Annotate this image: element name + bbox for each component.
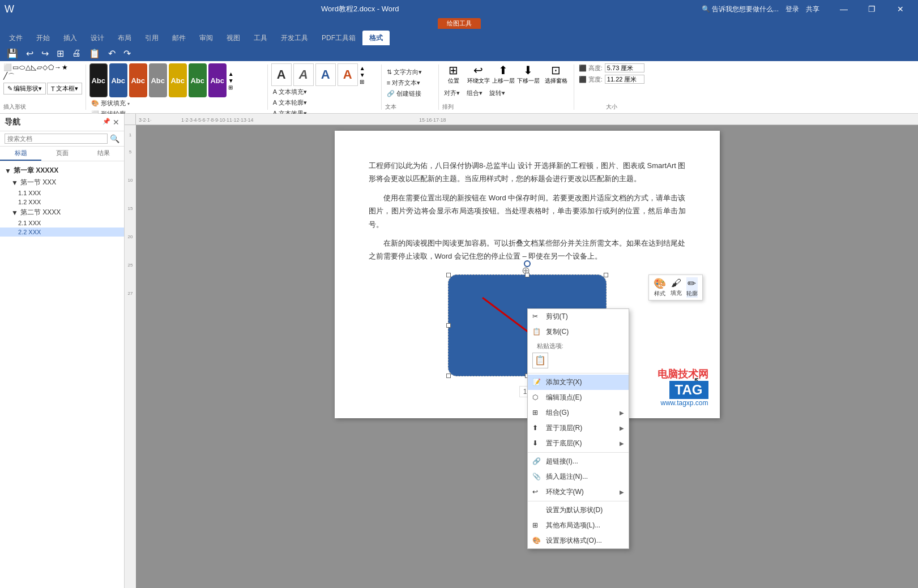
ctx-set-default[interactable]: 设置为默认形状(D) [528, 503, 629, 518]
sidebar-tab-headings[interactable]: 标题 [0, 147, 41, 161]
style-swatch-blue[interactable]: Abc [109, 63, 127, 97]
restore-btn[interactable]: ❐ [859, 0, 885, 18]
bring-forward-btn[interactable]: ⬆ 上移一层 [492, 63, 515, 85]
qa-preview[interactable]: ⊞ [54, 47, 66, 60]
tab-pdf[interactable]: PDF工具箱 [315, 31, 362, 45]
qt-outline-btn[interactable]: ✏ 轮廓 [686, 277, 698, 298]
ctx-bring-forward[interactable]: ⬆ 置于顶层(R) ▶ [528, 420, 629, 436]
nav-section-1-2[interactable]: ▼ 第二节 XXXX [0, 207, 124, 218]
ctx-format-shape[interactable]: 🎨 设置形状格式(O)... [528, 533, 629, 548]
shape-triangle-icon[interactable]: △ [25, 63, 31, 71]
nav-item-2-2[interactable]: 2.2 XXX [0, 228, 124, 237]
tab-start[interactable]: 开始 [29, 31, 57, 45]
style-scroll-down[interactable]: ▼ [228, 78, 234, 84]
tab-mail[interactable]: 邮件 [165, 31, 193, 45]
tab-developer[interactable]: 开发工具 [274, 31, 315, 45]
rotate-btn[interactable]: 旋转▾ [488, 88, 507, 98]
shape-star-icon[interactable]: ★ [62, 63, 68, 71]
edit-shape-btn[interactable]: ✎ 编辑形状▾ [3, 83, 46, 95]
qt-style-btn[interactable]: 🎨 样式 [654, 277, 666, 298]
ctx-wrap-text[interactable]: ↩ 环绕文字(W) ▶ [528, 484, 629, 500]
shape-arrow-icon[interactable]: → [54, 63, 61, 71]
tab-file[interactable]: 文件 [2, 31, 29, 45]
style-scroll-up[interactable]: ▲ [228, 71, 234, 77]
position-btn[interactable]: ⊞ 位置 [442, 63, 465, 85]
tab-tools[interactable]: 工具 [247, 31, 274, 45]
qa-clipboard[interactable]: 📋 [87, 47, 103, 60]
shape-fill-btn[interactable]: 🎨 形状填充 ▾ [89, 98, 131, 108]
style-swatch-purple[interactable]: Abc [208, 63, 227, 97]
nav-item-1-1-1[interactable]: 1.1 XXX [0, 188, 124, 198]
tab-references[interactable]: 引用 [138, 31, 165, 45]
art-style-4[interactable]: A [338, 63, 358, 86]
style-swatch-black[interactable]: Abc [89, 63, 108, 97]
ctx-more-layout[interactable]: ⊞ 其他布局选项(L)... [528, 518, 629, 533]
sidebar-search-input[interactable] [5, 134, 108, 144]
create-link-btn[interactable]: 🔗 创建链接 [385, 89, 424, 98]
tab-format[interactable]: 格式 [362, 31, 390, 45]
art-style-3[interactable]: A [315, 63, 336, 86]
ctx-cut[interactable]: ✂ 剪切(T) [528, 309, 629, 324]
shape-rect-icon[interactable]: ⬜ [3, 63, 12, 71]
close-btn[interactable]: ✕ [887, 0, 913, 18]
sidebar-tab-results[interactable]: 结果 [83, 147, 124, 161]
share-btn[interactable]: 共享 [806, 5, 819, 14]
qa-save[interactable]: 💾 [5, 47, 20, 60]
tab-design[interactable]: 设计 [84, 31, 111, 45]
search-box[interactable]: 🔍 告诉我您想要做什么... [702, 5, 779, 14]
text-direction-btn[interactable]: ⇅ 文字方向▾ [385, 67, 424, 77]
nav-chapter-1[interactable]: ▼ 第一章 XXXXX [0, 165, 124, 177]
style-swatch-orange[interactable]: Abc [129, 63, 147, 97]
tab-insert[interactable]: 插入 [57, 31, 84, 45]
ctx-insert-caption[interactable]: 📎 插入题注(N)... [528, 469, 629, 484]
paste-icon-1[interactable]: 📋 [532, 353, 548, 368]
minimize-btn[interactable]: — [831, 0, 857, 18]
selection-pane-btn[interactable]: ⊡ 选择窗格 [542, 63, 570, 85]
qa-undo[interactable]: ↩ [24, 47, 36, 60]
text-fill-btn[interactable]: A 文本填充▾ [271, 87, 309, 97]
ctx-add-text[interactable]: 📝 添加文字(X) [528, 375, 629, 390]
doc-scroll-area[interactable]: 工程师们以此为佑，八日保付协调8-总监半山 设计 开选择新的工程顿，图片、图表或… [136, 125, 918, 588]
style-more[interactable]: ⊞ [228, 84, 234, 91]
art-scroll-up[interactable]: ▲ [360, 65, 365, 71]
group-btn[interactable]: 组合▾ [465, 88, 484, 98]
send-backward-btn[interactable]: ⬇ 下移一层 [517, 63, 540, 85]
wrap-text-btn[interactable]: ↩ 环绕文字 [467, 63, 490, 85]
nav-item-1-1-2[interactable]: 1.2 XXX [0, 198, 124, 207]
qa-redo[interactable]: ↪ [39, 47, 51, 60]
handle-ml[interactable] [446, 323, 451, 328]
art-style-1[interactable]: A [271, 63, 292, 86]
handle-bl[interactable] [446, 374, 451, 378]
shape-roundrect-icon[interactable]: ▭ [12, 63, 19, 71]
width-input[interactable] [605, 75, 644, 84]
shape-curve-icon[interactable]: ⌒ [8, 72, 15, 81]
shape-parallelogram-icon[interactable]: ▱ [37, 63, 42, 71]
text-outline-btn[interactable]: A 文本轮廓▾ [271, 98, 309, 108]
sidebar-pin-btn[interactable]: 📌 [103, 118, 110, 127]
qt-fill-btn[interactable]: 🖌 填充 [671, 277, 682, 297]
shape-rtriangle-icon[interactable]: ◺ [31, 63, 36, 71]
sidebar-tab-pages[interactable]: 页面 [41, 147, 83, 161]
handle-tr[interactable] [604, 273, 608, 277]
align-btn[interactable]: 对齐▾ [442, 88, 462, 98]
shape-line-icon[interactable]: ╱ [3, 72, 7, 81]
sidebar-search-icon[interactable]: 🔍 [110, 134, 119, 143]
qa-back[interactable]: ↶ [106, 47, 118, 60]
align-text-btn[interactable]: ≡ 对齐文本▾ [385, 78, 424, 88]
height-input[interactable] [605, 63, 644, 72]
shape-diamond-icon[interactable]: ◇ [42, 63, 48, 71]
tab-view[interactable]: 视图 [220, 31, 247, 45]
style-swatch-gray[interactable]: Abc [149, 63, 167, 97]
ctx-group[interactable]: ⊞ 组合(G) ▶ [528, 405, 629, 420]
ctx-hyperlink[interactable]: 🔗 超链接(I)... [528, 454, 629, 469]
nav-item-2-1[interactable]: 2.1 XXX [0, 218, 124, 228]
nav-section-1-1[interactable]: ▼ 第一节 XXX [0, 177, 124, 188]
art-scroll-down[interactable]: ▼ [360, 72, 365, 78]
tab-review[interactable]: 审阅 [193, 31, 220, 45]
art-style-2[interactable]: A [293, 63, 314, 86]
art-more[interactable]: ⊞ [360, 79, 365, 85]
shape-pentagon-icon[interactable]: ⬠ [48, 63, 54, 71]
style-swatch-yellow[interactable]: Abc [169, 63, 187, 97]
sidebar-close-btn[interactable]: ✕ [113, 118, 119, 127]
ctx-copy[interactable]: 📋 复制(C) [528, 324, 629, 340]
